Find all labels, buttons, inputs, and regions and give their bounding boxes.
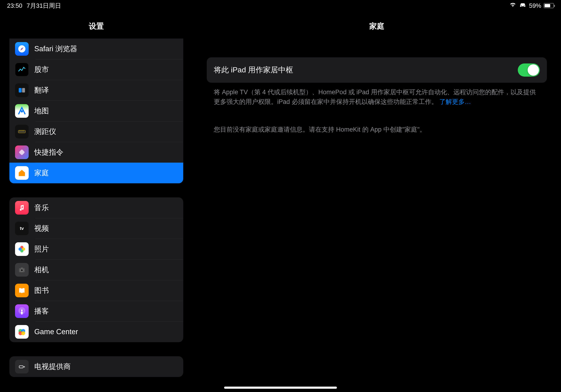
sidebar-item-gamecenter[interactable]: Game Center [9,322,183,342]
sidebar-item-label: 翻译 [34,85,49,95]
camera-icon [15,263,29,277]
sidebar-item-label: 快捷指令 [34,147,64,157]
learn-more-link[interactable]: 了解更多… [439,98,471,105]
sidebar-item-label: 音乐 [34,203,49,213]
sidebar-item-label: 家庭 [34,168,49,178]
sidebar-scroll[interactable]: Safari 浏览器 股市 翻译 [0,39,193,392]
sidebar-group-apps2: 音乐 tv 视频 [9,197,183,342]
gamecenter-icon [15,325,29,339]
status-time: 23:50 [7,2,22,9]
battery-percent: 59% [529,2,541,9]
carplay-icon [519,2,527,9]
music-icon [15,201,29,215]
svg-rect-26 [19,366,23,368]
settings-sidebar: 设置 Safari 浏览器 股市 [0,0,193,392]
sidebar-title: 设置 [0,12,193,39]
measure-icon [15,125,29,138]
podcasts-icon [15,304,29,318]
svg-point-15 [19,248,22,250]
maps-icon [15,104,29,118]
svg-point-19 [21,309,23,311]
sidebar-item-books[interactable]: 图书 [9,280,183,301]
wifi-icon [509,2,516,9]
sidebar-item-label: 播客 [34,306,49,316]
sidebar-item-label: Game Center [34,328,78,336]
sidebar-item-label: 电视提供商 [34,362,71,371]
translate-icon [15,83,29,97]
home-hub-footer: 将 Apple TV（第 4 代或后续机型）、HomePod 或 iPad 用作… [207,83,547,107]
sidebar-item-tv[interactable]: tv 视频 [9,218,183,239]
sidebar-item-maps[interactable]: 地图 [9,101,183,121]
toggle-knob [528,64,539,76]
sidebar-item-label: Safari 浏览器 [34,44,77,54]
status-bar: 23:50 7月31日周日 59% [0,0,561,9]
tv-icon: tv [15,222,29,235]
home-hub-label: 将此 iPad 用作家居中枢 [214,65,293,75]
sidebar-item-podcasts[interactable]: 播客 [9,301,183,322]
sidebar-item-label: 图书 [34,285,49,295]
svg-rect-3 [19,88,22,93]
detail-pane: 家庭 将此 iPad 用作家居中枢 将 Apple TV（第 4 代或后续机型）… [193,0,561,392]
svg-point-25 [21,331,25,335]
sidebar-item-stocks[interactable]: 股市 [9,59,183,80]
svg-point-5 [21,110,23,113]
sidebar-group-apps1: Safari 浏览器 股市 翻译 [9,39,183,183]
home-hub-toggle[interactable] [518,64,540,76]
home-hub-row: 将此 iPad 用作家居中枢 [207,57,547,83]
svg-point-28 [524,5,524,6]
svg-rect-18 [21,267,23,269]
photos-icon [15,242,29,256]
svg-rect-4 [22,88,25,93]
detail-title: 家庭 [193,12,561,39]
sidebar-item-music[interactable]: 音乐 [9,197,183,218]
shortcuts-icon [15,145,29,159]
stocks-icon [15,63,29,76]
no-home-note: 您目前没有家庭或家庭邀请信息。请在支持 HomeKit 的 App 中创建"家庭… [207,107,547,134]
sidebar-item-label: 相机 [34,265,49,275]
sidebar-item-label: 地图 [34,106,49,116]
battery-icon [544,3,554,8]
safari-icon [15,42,29,56]
sidebar-item-tvprovider[interactable]: 电视提供商 [9,356,183,377]
home-icon [15,166,29,180]
sidebar-item-shortcuts[interactable]: 快捷指令 [9,142,183,163]
home-indicator[interactable] [224,387,337,389]
sidebar-group-apps3: 电视提供商 [9,356,183,377]
books-icon [15,284,29,297]
footer-text: 将 Apple TV（第 4 代或后续机型）、HomePod 或 iPad 用作… [214,89,536,105]
svg-point-27 [521,5,521,6]
sidebar-item-measure[interactable]: 测距仪 [9,121,183,142]
status-date: 7月31日周日 [27,2,61,10]
sidebar-item-translate[interactable]: 翻译 [9,80,183,101]
tvprovider-icon [15,360,29,373]
sidebar-item-home[interactable]: 家庭 [9,163,183,183]
sidebar-item-label: 股市 [34,65,49,75]
sidebar-item-label: 照片 [34,244,49,254]
svg-rect-11 [19,149,25,156]
sidebar-item-photos[interactable]: 照片 [9,239,183,260]
sidebar-item-label: 视频 [34,224,49,233]
svg-point-17 [21,269,23,272]
sidebar-item-camera[interactable]: 相机 [9,260,183,280]
sidebar-item-label: 测距仪 [34,127,56,137]
sidebar-item-safari[interactable]: Safari 浏览器 [9,39,183,59]
svg-rect-6 [18,130,25,133]
